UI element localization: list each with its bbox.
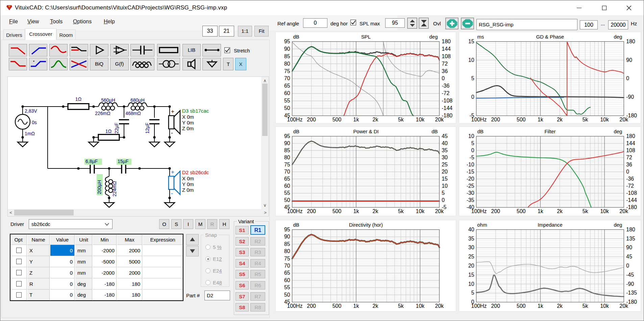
svg-text:72: 72 (442, 61, 448, 67)
svg-text:70: 70 (284, 169, 290, 175)
svg-text:108: 108 (626, 147, 635, 153)
svg-text:-135: -135 (626, 290, 637, 296)
svg-text:deg: deg (429, 34, 438, 40)
svg-text:deg: deg (614, 34, 622, 40)
svg-text:5: 5 (471, 290, 474, 296)
svg-text:ohm: ohm (477, 222, 487, 228)
svg-text:50: 50 (284, 105, 290, 111)
svg-text:75: 75 (284, 162, 290, 167)
svg-text:15: 15 (442, 176, 448, 182)
svg-text:1k: 1k (353, 208, 359, 214)
svg-text:35: 35 (468, 236, 474, 242)
svg-text:20: 20 (442, 169, 448, 175)
svg-text:224mΩ: 224mΩ (112, 181, 117, 197)
svg-text:Z 0m: Z 0m (182, 125, 194, 131)
svg-text:500: 500 (332, 117, 342, 122)
svg-text:1k: 1k (538, 208, 543, 214)
svg-text:2k: 2k (373, 117, 378, 122)
svg-text:85: 85 (284, 147, 290, 153)
svg-text:2k: 2k (557, 303, 563, 309)
svg-text:0: 0 (626, 75, 629, 81)
svg-text:10: 10 (468, 57, 474, 63)
svg-text:-72: -72 (626, 183, 634, 189)
svg-text:500: 500 (517, 117, 526, 122)
svg-text:200: 200 (491, 117, 500, 122)
svg-text:2k: 2k (557, 208, 563, 214)
svg-text:95: 95 (284, 227, 290, 232)
svg-text:55: 55 (284, 284, 290, 290)
svg-text:-35: -35 (467, 197, 474, 203)
svg-text:95: 95 (284, 39, 290, 44)
svg-text:2k: 2k (373, 208, 378, 214)
svg-text:200: 200 (307, 303, 316, 309)
svg-text:-108: -108 (442, 98, 452, 104)
svg-text:5: 5 (442, 190, 445, 196)
svg-text:-: - (171, 190, 173, 197)
svg-text:20k: 20k (620, 117, 628, 122)
svg-text:2,83V: 2,83V (25, 108, 37, 114)
svg-text:680µH: 680µH (130, 97, 145, 103)
svg-text:65: 65 (284, 83, 290, 89)
svg-text:12µF: 12µF (145, 123, 150, 134)
svg-text:85: 85 (284, 53, 290, 59)
svg-text:20: 20 (468, 263, 474, 269)
svg-text:55: 55 (284, 190, 290, 196)
svg-text:55: 55 (284, 98, 290, 104)
svg-text:10k: 10k (600, 303, 609, 309)
svg-text:100Hz: 100Hz (471, 208, 487, 214)
svg-text:22µF: 22µF (114, 123, 119, 134)
svg-text:GD & Phase: GD & Phase (536, 34, 564, 40)
svg-text:60: 60 (284, 90, 290, 96)
svg-text:D3 sb17cac: D3 sb17cac (182, 108, 209, 114)
svg-text:dB: dB (431, 129, 438, 134)
svg-text:10k: 10k (600, 208, 609, 214)
svg-text:100Hz: 100Hz (287, 303, 303, 309)
svg-text:200: 200 (307, 117, 316, 122)
svg-text:1k: 1k (353, 117, 359, 122)
svg-text:80: 80 (284, 61, 290, 67)
svg-text:dB: dB (293, 129, 299, 134)
svg-text:1mΩ: 1mΩ (25, 131, 35, 136)
svg-text:ms: ms (477, 34, 484, 40)
svg-text:90: 90 (284, 140, 290, 146)
svg-text:70: 70 (284, 75, 290, 81)
svg-text:-36: -36 (442, 83, 449, 89)
svg-text:30: 30 (468, 245, 474, 250)
svg-text:50: 50 (284, 292, 290, 298)
svg-text:+: + (171, 108, 174, 115)
svg-text:200: 200 (491, 208, 500, 214)
svg-text:10: 10 (468, 133, 474, 139)
svg-text:60: 60 (284, 183, 290, 189)
svg-text:468mΩ: 468mΩ (125, 111, 141, 116)
svg-text:5k: 5k (398, 117, 404, 122)
svg-text:180: 180 (626, 39, 635, 44)
svg-text:500: 500 (517, 303, 526, 309)
svg-text:40: 40 (468, 227, 474, 232)
svg-text:Y 0m: Y 0m (182, 181, 194, 187)
svg-text:20k: 20k (620, 303, 628, 309)
svg-text:95: 95 (284, 133, 290, 139)
svg-text:60: 60 (284, 277, 290, 283)
svg-text:80: 80 (284, 155, 290, 160)
svg-text:200µH: 200µH (97, 180, 102, 194)
svg-text:72: 72 (626, 155, 632, 160)
svg-text:180: 180 (442, 39, 451, 44)
svg-text:0: 0 (442, 197, 445, 203)
svg-text:20k: 20k (435, 303, 444, 309)
svg-text:1k: 1k (353, 303, 359, 309)
svg-text:+: + (171, 169, 174, 175)
svg-text:dB: dB (477, 129, 484, 134)
svg-text:10k: 10k (600, 117, 609, 122)
svg-text:75: 75 (284, 68, 290, 74)
svg-text:0: 0 (626, 263, 629, 269)
svg-text:100Hz: 100Hz (471, 303, 487, 309)
svg-text:15: 15 (468, 39, 474, 44)
svg-text:0: 0 (471, 94, 474, 100)
svg-text:0: 0 (442, 75, 445, 81)
svg-text:90: 90 (284, 234, 290, 239)
svg-text:D2 sb26cdc: D2 sb26cdc (182, 169, 209, 175)
svg-text:Power & DI: Power & DI (353, 129, 378, 134)
svg-text:-15: -15 (467, 169, 474, 175)
svg-text:90: 90 (626, 245, 632, 250)
svg-text:200: 200 (307, 208, 316, 214)
